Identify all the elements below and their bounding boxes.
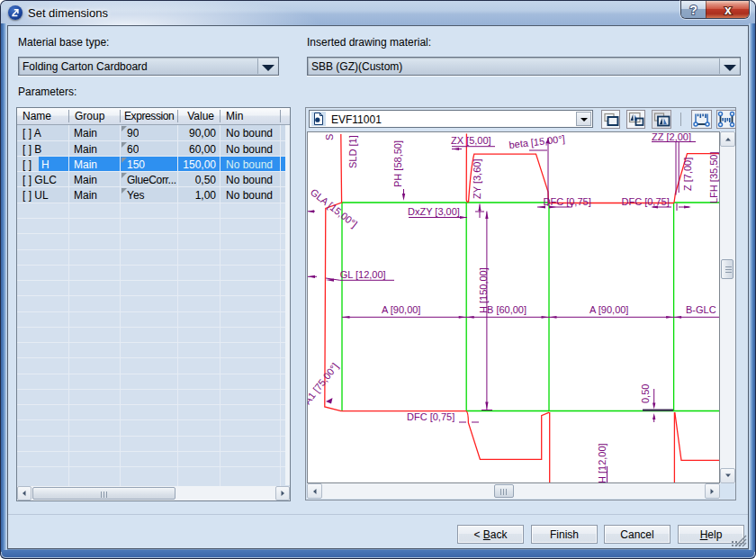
svg-text:DFC [0,75]: DFC [0,75] — [544, 196, 591, 207]
svg-text:ZX [5,00]: ZX [5,00] — [451, 135, 491, 146]
svg-text:SLD [1]: SLD [1] — [347, 135, 358, 168]
svg-text:?: ? — [689, 3, 698, 17]
svg-text:B-GLC: B-GLC — [686, 304, 716, 315]
svg-text:ZZ [2,00]: ZZ [2,00] — [652, 132, 691, 142]
svg-text:DFC [0,75]: DFC [0,75] — [622, 196, 670, 207]
svg-text:A1 [75,00°]: A1 [75,00°] — [308, 361, 340, 406]
svg-text:GLA [15,00°]: GLA [15,00°] — [309, 186, 360, 230]
svg-text:A [90,00]: A [90,00] — [590, 304, 628, 315]
svg-text:LFH [35,50]: LFH [35,50] — [708, 152, 719, 203]
svg-text:DFC [0,75]: DFC [0,75] — [407, 411, 454, 422]
svg-text:DxZY [3,00]: DxZY [3,00] — [408, 206, 460, 217]
svg-text:0,50: 0,50 — [640, 384, 651, 403]
svg-text:S: S — [324, 134, 335, 140]
svg-text:B [60,00]: B [60,00] — [487, 304, 526, 315]
svg-text:PH [58,50]: PH [58,50] — [392, 140, 403, 187]
svg-text:A [90,00]: A [90,00] — [382, 304, 420, 315]
svg-text:ZY [3,60]: ZY [3,60] — [472, 159, 482, 199]
svg-text:GL [12,00]: GL [12,00] — [340, 269, 386, 280]
svg-text:x: x — [724, 3, 732, 17]
svg-text:H [12,00]: H [12,00] — [597, 443, 608, 482]
svg-text:Z [7,00]: Z [7,00] — [682, 158, 693, 191]
svg-text:beta [15,00°]: beta [15,00°] — [508, 133, 565, 150]
